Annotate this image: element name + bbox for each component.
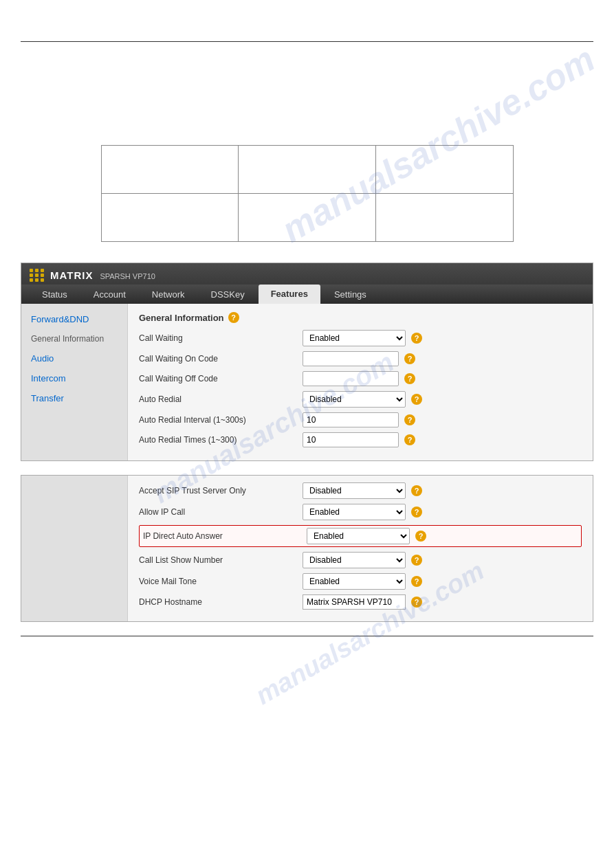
select-call-list-show-number[interactable]: Disabled Enabled (303, 552, 406, 568)
form-row-call-list-show-number: Call List Show Number Disabled Enabled ? (139, 552, 582, 568)
brand-row: MATRIX SPARSH VP710 (21, 263, 593, 285)
select-call-waiting[interactable]: Enabled Disabled (303, 330, 406, 346)
tab-account[interactable]: Account (81, 285, 138, 304)
table-row (101, 146, 513, 194)
label-call-waiting-off: Call Waiting Off Code (139, 374, 297, 383)
form-area: General Information ? Call Waiting Enabl… (128, 304, 593, 460)
select-voice-mail-tone[interactable]: Enabled Disabled (303, 573, 406, 590)
help-auto-redial-interval[interactable]: ? (404, 414, 415, 425)
mid-table-section (101, 145, 514, 242)
form-row-ip-direct-auto-answer: IP Direct Auto Answer Enabled Disabled ? (139, 525, 582, 547)
label-call-waiting-on: Call Waiting On Code (139, 354, 297, 364)
bottom-form-area: Accept SIP Trust Server Only Disabled En… (128, 476, 593, 621)
form-row-call-waiting-on: Call Waiting On Code ? (139, 351, 582, 366)
tab-status[interactable]: Status (30, 285, 80, 304)
form-row-call-waiting: Call Waiting Enabled Disabled ? (139, 330, 582, 346)
sidebar-item-intercom[interactable]: Intercom (21, 368, 127, 388)
help-voice-mail-tone[interactable]: ? (411, 576, 422, 587)
main-ui-panel: MATRIX SPARSH VP710 Status Account Netwo… (21, 263, 593, 461)
sidebar-item-audio[interactable]: Audio (21, 348, 127, 368)
table-cell (239, 194, 376, 242)
form-row-accept-sip: Accept SIP Trust Server Only Disabled En… (139, 482, 582, 499)
label-allow-ip-call: Allow IP Call (139, 507, 297, 517)
bottom-sidebar (21, 476, 128, 621)
form-row-call-waiting-off: Call Waiting Off Code ? (139, 371, 582, 386)
bottom-panel: Accept SIP Trust Server Only Disabled En… (21, 475, 593, 622)
input-call-waiting-off[interactable] (303, 371, 399, 386)
help-ip-direct-auto-answer[interactable]: ? (415, 531, 426, 542)
brand-model: SPARSH VP710 (100, 272, 155, 280)
tab-network[interactable]: Network (140, 285, 197, 304)
select-ip-direct-auto-answer[interactable]: Enabled Disabled (307, 528, 410, 544)
form-row-auto-redial: Auto Redial Enabled Disabled ? (139, 391, 582, 408)
table-cell (101, 194, 239, 242)
tab-settings[interactable]: Settings (322, 285, 379, 304)
input-auto-redial-times[interactable] (303, 432, 399, 447)
form-row-voice-mail-tone: Voice Mail Tone Enabled Disabled ? (139, 573, 582, 590)
table-cell (101, 146, 239, 194)
sidebar: Forward&DND General Information Audio In… (21, 304, 128, 460)
form-row-allow-ip-call: Allow IP Call Enabled Disabled ? (139, 504, 582, 520)
sidebar-item-general-info[interactable]: General Information (21, 329, 127, 348)
label-ip-direct-auto-answer: IP Direct Auto Answer (143, 531, 301, 541)
mid-table (101, 145, 514, 242)
brand-logo: MATRIX SPARSH VP710 (30, 269, 155, 282)
section-help-icon[interactable]: ? (228, 312, 239, 323)
help-dhcp-hostname[interactable]: ? (411, 597, 422, 608)
panel-header: MATRIX SPARSH VP710 Status Account Netwo… (21, 263, 593, 304)
table-cell (375, 194, 513, 242)
panel-content: Forward&DND General Information Audio In… (21, 304, 593, 460)
input-dhcp-hostname[interactable] (303, 594, 406, 610)
label-auto-redial: Auto Redial (139, 394, 297, 404)
label-auto-redial-times: Auto Redial Times (1~300) (139, 435, 297, 445)
form-row-auto-redial-times: Auto Redial Times (1~300) ? (139, 432, 582, 447)
sidebar-item-forward-dnd[interactable]: Forward&DND (21, 309, 127, 329)
table-cell (239, 146, 376, 194)
table-cell (375, 146, 513, 194)
label-accept-sip: Accept SIP Trust Server Only (139, 486, 297, 496)
help-accept-sip[interactable]: ? (411, 485, 422, 496)
input-auto-redial-interval[interactable] (303, 412, 399, 427)
help-allow-ip-call[interactable]: ? (411, 507, 422, 518)
label-call-list-show-number: Call List Show Number (139, 555, 297, 565)
label-call-waiting: Call Waiting (139, 333, 297, 343)
label-dhcp-hostname: DHCP Hostname (139, 597, 297, 607)
top-divider (21, 41, 593, 42)
select-accept-sip[interactable]: Disabled Enabled (303, 482, 406, 499)
help-call-waiting-on[interactable]: ? (404, 353, 415, 364)
form-row-dhcp-hostname: DHCP Hostname ? (139, 594, 582, 610)
select-allow-ip-call[interactable]: Enabled Disabled (303, 504, 406, 520)
bottom-divider (21, 636, 593, 636)
help-auto-redial[interactable]: ? (411, 394, 422, 405)
help-call-list-show-number[interactable]: ? (411, 555, 422, 566)
help-auto-redial-times[interactable]: ? (404, 434, 415, 445)
brand-name: MATRIX (50, 269, 93, 281)
sidebar-item-transfer[interactable]: Transfer (21, 388, 127, 408)
table-row (101, 194, 513, 242)
help-call-waiting[interactable]: ? (411, 333, 422, 344)
nav-tabs-row: Status Account Network DSSKey Features S… (21, 285, 593, 304)
tab-features[interactable]: Features (259, 285, 320, 304)
brand-dots-icon (30, 269, 45, 282)
input-call-waiting-on[interactable] (303, 351, 399, 366)
label-auto-redial-interval: Auto Redial Interval (1~300s) (139, 415, 297, 425)
top-content-area (21, 56, 593, 131)
section-title: General Information ? (139, 312, 582, 323)
form-row-auto-redial-interval: Auto Redial Interval (1~300s) ? (139, 412, 582, 427)
tab-dsskey[interactable]: DSSKey (199, 285, 257, 304)
help-call-waiting-off[interactable]: ? (404, 373, 415, 384)
select-auto-redial[interactable]: Enabled Disabled (303, 391, 406, 408)
bottom-panel-inner: Accept SIP Trust Server Only Disabled En… (21, 476, 593, 621)
label-voice-mail-tone: Voice Mail Tone (139, 577, 297, 586)
